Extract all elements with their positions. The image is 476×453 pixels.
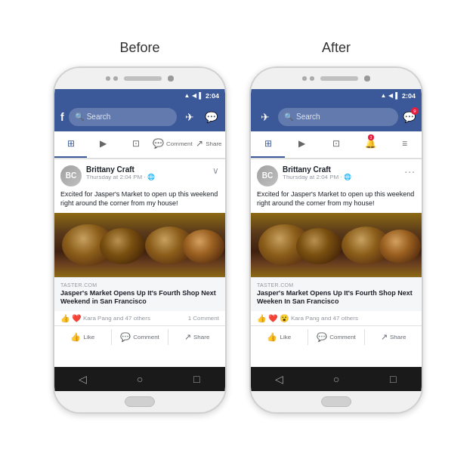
- tab-home-icon-before: ⊞: [67, 138, 75, 149]
- phone-bottom-bar-after: [251, 391, 422, 412]
- tab-market-icon-before: ⊡: [132, 138, 140, 149]
- share-btn-before[interactable]: ↗ Share: [168, 329, 225, 345]
- like-btn-before[interactable]: 👍 Like: [54, 329, 112, 345]
- phone-top-bar-before: [54, 68, 225, 89]
- status-time-after: 2:04: [402, 92, 416, 100]
- recent-btn-after[interactable]: □: [382, 373, 404, 385]
- post-meta-after: Thursday at 2:04 PM · 🌐: [283, 174, 400, 180]
- tab-home-after[interactable]: ⊞: [251, 131, 285, 158]
- comparison-container: Before ▲ ◀ ▌ 2:04: [38, 25, 438, 429]
- tab-home-icon-after: ⊞: [264, 138, 272, 149]
- home-button-after[interactable]: [321, 396, 351, 407]
- send-icon-before[interactable]: ✈: [181, 111, 198, 123]
- phone-dots-after: [302, 76, 314, 81]
- tab-market-after[interactable]: ⊡: [319, 131, 353, 158]
- messenger-badge-wrapper[interactable]: 💬 9: [403, 110, 416, 124]
- phone-speaker-before: [124, 76, 162, 81]
- reactions-bar-after: 👍 ❤️ 😮 Kara Pang and 47 others: [251, 311, 422, 325]
- comment-btn-after[interactable]: 💬 Comment: [308, 329, 366, 345]
- tab-share-before[interactable]: ↗ Share: [193, 131, 225, 158]
- signal-icon-before: ▲: [184, 92, 190, 99]
- search-text-after: Search: [296, 112, 320, 121]
- tab-market-icon-after: ⊡: [332, 138, 340, 149]
- tab-home-before[interactable]: ⊞: [54, 131, 87, 158]
- messenger-icon-before[interactable]: 💬: [202, 111, 219, 123]
- wow-emoji-after: 😮: [280, 314, 289, 322]
- action-bar-after: 👍 Like 💬 Comment ↗ Share: [251, 325, 422, 348]
- fb-logo-before: f: [60, 111, 64, 123]
- android-nav-before: ◁ ○ □: [54, 367, 225, 391]
- bread4-after: [379, 230, 421, 263]
- share-btn-after[interactable]: ↗ Share: [365, 329, 422, 345]
- reactions-count-after: Kara Pang and 47 others: [291, 315, 358, 322]
- avatar-after: BC: [257, 165, 278, 186]
- post-options-before[interactable]: ∨: [212, 165, 219, 176]
- status-icons-before: ▲ ◀ ▌ 2:04: [184, 92, 219, 100]
- tab-market-before[interactable]: ⊡: [120, 131, 153, 158]
- search-bar-before[interactable]: 🔍 Search: [69, 108, 177, 126]
- post-username-before: Brittany Craft: [86, 165, 208, 174]
- post-card-before: BC Brittany Craft Thursday at 2:04 PM · …: [54, 159, 225, 367]
- send-icon-after[interactable]: ✈: [257, 111, 274, 123]
- post-username-after: Brittany Craft: [283, 165, 400, 174]
- tab-video-after[interactable]: ▶: [285, 131, 319, 158]
- tab-video-before[interactable]: ▶: [87, 131, 119, 158]
- before-phone: ▲ ◀ ▌ 2:04 f 🔍 Search ✈ 💬: [53, 66, 227, 414]
- reactions-count-before: Kara Pang and 47 others: [83, 315, 150, 322]
- avatar-before: BC: [60, 165, 82, 186]
- tab-video-icon-before: ▶: [100, 138, 107, 149]
- phone-camera-after: [364, 76, 370, 82]
- back-btn-before[interactable]: ◁: [72, 373, 94, 385]
- status-time-before: 2:04: [206, 92, 219, 100]
- like-label-after: Like: [280, 334, 291, 341]
- link-preview-before: TASTER.COM Jasper's Market Opens Up It's…: [54, 277, 225, 311]
- home-button-before[interactable]: [125, 396, 155, 407]
- search-icon-before: 🔍: [75, 112, 84, 121]
- like-btn-after[interactable]: 👍 Like: [251, 329, 308, 345]
- before-phone-wrapper: Before ▲ ◀ ▌ 2:04: [53, 40, 227, 414]
- tab-comment-before[interactable]: 💬 Comment: [153, 131, 193, 158]
- phone-dots-before: [106, 76, 118, 81]
- before-label: Before: [119, 40, 159, 56]
- phone-top-bar-after: [251, 68, 422, 89]
- after-phone-wrapper: After ▲ ◀ ▌ 2:04: [249, 40, 423, 414]
- dot2: [113, 76, 118, 81]
- back-btn-after[interactable]: ◁: [268, 373, 291, 385]
- comment-label-after: Comment: [329, 334, 356, 341]
- like-label-before: Like: [83, 334, 94, 341]
- post-text-after: Excited for Jasper's Market to open up t…: [251, 190, 422, 213]
- tab-video-icon-after: ▶: [298, 138, 305, 149]
- fb-tabs-before: ⊞ ▶ ⊡ 💬 Comment ↗ Share: [54, 131, 225, 159]
- post-user-info-after: Brittany Craft Thursday at 2:04 PM · 🌐: [283, 165, 400, 180]
- home-btn-after[interactable]: ○: [325, 373, 348, 385]
- tab-notif-after[interactable]: 🔔 3: [354, 131, 388, 158]
- home-btn-before[interactable]: ○: [128, 373, 151, 385]
- wifi-icon-after: ◀: [388, 92, 393, 99]
- status-bar-before: ▲ ◀ ▌ 2:04: [54, 89, 225, 103]
- post-image-after: [251, 213, 422, 277]
- share-label-after: Share: [390, 334, 406, 341]
- tab-share-icon-before: ↗: [196, 138, 203, 149]
- post-meta-before: Thursday at 2:04 PM · 🌐: [86, 174, 208, 180]
- bread4-before: [183, 230, 224, 263]
- android-nav-after: ◁ ○ □: [251, 367, 422, 391]
- before-screen: ▲ ◀ ▌ 2:04 f 🔍 Search ✈ 💬: [54, 89, 225, 391]
- notif-badge-after: 3: [368, 134, 374, 140]
- tab-menu-after[interactable]: ≡: [388, 131, 422, 158]
- comment-btn-before[interactable]: 💬 Comment: [112, 329, 169, 345]
- tab-menu-icon-after: ≡: [402, 138, 407, 149]
- status-icons-after: ▲ ◀ ▌ 2:04: [380, 92, 416, 100]
- link-preview-after: TASTER.COM Jasper's Market Opens Up It's…: [251, 277, 422, 311]
- post-text-before: Excited for Jasper's Market to open up t…: [54, 190, 225, 213]
- reactions-left-after: 👍 ❤️ 😮 Kara Pang and 47 others: [257, 314, 358, 322]
- dot2-after: [310, 76, 314, 81]
- search-bar-after[interactable]: 🔍 Search: [278, 108, 398, 126]
- recent-btn-before[interactable]: □: [185, 373, 208, 385]
- post-options-after[interactable]: ···: [404, 165, 416, 177]
- share-icon-before: ↗: [184, 332, 191, 342]
- bread2-before: [100, 228, 145, 264]
- link-source-before: TASTER.COM: [60, 282, 219, 288]
- link-title-before: Jasper's Market Opens Up It's Fourth Sho…: [60, 289, 219, 307]
- link-source-after: TASTER.COM: [257, 282, 416, 288]
- comment-label-before: Comment: [133, 334, 159, 341]
